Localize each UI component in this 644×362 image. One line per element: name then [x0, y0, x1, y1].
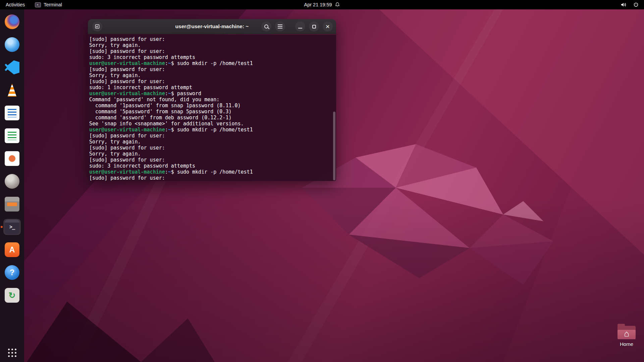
dock-item-thunderbird[interactable]	[3, 37, 21, 53]
minimize-button[interactable]	[295, 21, 305, 32]
terminal-line: user@user-virtual-machine:~$ password	[89, 90, 331, 97]
firefox-icon	[5, 14, 19, 29]
dock-item-writer[interactable]	[3, 105, 21, 121]
dock-item-vscode[interactable]	[3, 59, 21, 75]
terminal-line: sudo: 1 incorrect password attempt	[89, 84, 331, 90]
vlc-icon	[5, 83, 19, 98]
menu-button[interactable]	[275, 21, 285, 32]
hamburger-menu-icon	[278, 26, 282, 27]
calc-icon	[5, 128, 19, 143]
dock-item-terminal[interactable]: >_	[3, 219, 21, 235]
maximize-icon	[312, 25, 316, 28]
dock-item-firefox[interactable]	[3, 14, 21, 30]
thunderbird-icon	[5, 37, 19, 52]
terminal-line: [sudo] password for user:	[89, 145, 331, 151]
minimize-icon	[298, 28, 302, 28]
app-indicator[interactable]: >_ Terminal	[35, 0, 62, 9]
dock-item-software[interactable]: A	[3, 242, 21, 258]
top-bar-right	[621, 0, 644, 9]
home-folder-icon: ⌂	[618, 326, 636, 339]
show-apps-grid-icon	[8, 349, 10, 350]
top-bar-left: Activities >_ Terminal	[0, 0, 62, 9]
desktop: Activities >_ Terminal Apr 21 19:59	[0, 0, 644, 362]
dock-item-impress[interactable]	[3, 150, 21, 167]
terminal-line: sudo: 3 incorrect password attempts	[89, 163, 331, 169]
terminal-line: Sorry, try again.	[89, 151, 331, 157]
dock-item-calc[interactable]	[3, 128, 21, 144]
terminal-line: [sudo] password for user:	[89, 157, 331, 163]
terminal-titlebar[interactable]: user@user-virtual-machine: ~ ×	[88, 19, 336, 34]
terminal-line: Sorry, try again.	[89, 42, 331, 48]
dock-item-updater[interactable]: ↻	[3, 287, 21, 303]
notification-bell-icon	[335, 2, 340, 7]
terminal-output: [sudo] password for user:Sorry, try agai…	[89, 36, 331, 181]
clock-button[interactable]: Apr 21 19:59	[304, 0, 340, 9]
search-button[interactable]	[261, 21, 271, 32]
activities-label: Activities	[6, 2, 25, 7]
scrollbar-thumb[interactable]	[333, 112, 335, 180]
close-icon: ×	[326, 23, 330, 30]
close-button[interactable]: ×	[323, 21, 333, 32]
terminal-line: command 'assword' from deb assword (0.12…	[89, 115, 331, 121]
terminal-line: user@user-virtual-machine:~$ sudo mkdir …	[89, 60, 331, 66]
terminal-line: [sudo] password for user:	[89, 66, 331, 72]
terminal-line: [sudo] password for user:	[89, 133, 331, 139]
running-indicator	[1, 226, 3, 228]
terminal-line: Command 'password' not found, did you me…	[89, 97, 331, 103]
dock: >_A?↻	[0, 9, 24, 362]
terminal-line: sudo: 3 incorrect password attempts	[89, 54, 331, 60]
terminal-line: [sudo] password for user:	[89, 48, 331, 54]
power-icon[interactable]	[633, 2, 639, 7]
impress-icon	[5, 151, 19, 166]
files-icon	[5, 197, 19, 212]
terminal-line: Sorry, try again.	[89, 72, 331, 78]
terminal-line: [sudo] password for user:	[89, 175, 331, 181]
dock-item-help[interactable]: ?	[3, 264, 21, 281]
top-bar: Activities >_ Terminal Apr 21 19:59	[0, 0, 644, 9]
terminal-line: command '1password' from snap 1password …	[89, 103, 331, 109]
maximize-button[interactable]	[309, 21, 319, 32]
dock-item-vlc[interactable]	[3, 82, 21, 98]
terminal-line: [sudo] password for user:	[89, 78, 331, 84]
terminal-line: Sorry, try again.	[89, 139, 331, 145]
titlebar-actions: ×	[261, 21, 333, 32]
home-desktop-icon[interactable]: ⌂ Home	[616, 326, 637, 347]
dock-item-gimp[interactable]	[3, 173, 21, 189]
app-indicator-label: Terminal	[44, 2, 62, 7]
help-icon: ?	[5, 265, 19, 280]
vscode-icon	[5, 60, 19, 75]
terminal-line: user@user-virtual-machine:~$ sudo mkdir …	[89, 127, 331, 133]
show-apps-button[interactable]	[7, 347, 17, 358]
new-tab-button[interactable]	[92, 21, 102, 32]
activities-button[interactable]: Activities	[6, 0, 25, 9]
software-icon: A	[5, 242, 19, 257]
house-glyph: ⌂	[624, 329, 629, 338]
new-tab-icon	[95, 24, 100, 29]
gimp-icon	[5, 174, 19, 189]
terminal-window: user@user-virtual-machine: ~ ×	[88, 19, 336, 181]
terminal-content[interactable]: [sudo] password for user:Sorry, try agai…	[88, 35, 336, 181]
dock-items: >_A?↻	[0, 9, 24, 303]
terminal-line: command '5password' from snap 5password …	[89, 109, 331, 115]
volume-icon[interactable]	[621, 2, 627, 7]
terminal-line: [sudo] password for user:	[89, 36, 331, 42]
terminal-line: See 'snap info <snapname>' for additiona…	[89, 121, 331, 127]
terminal-icon: >_	[5, 220, 19, 234]
writer-icon	[5, 106, 19, 120]
clock-label: Apr 21 19:59	[304, 2, 332, 7]
terminal-line: user@user-virtual-machine:~$ sudo mkdir …	[89, 169, 331, 175]
home-label: Home	[620, 341, 633, 347]
search-icon	[264, 24, 268, 28]
updater-icon: ↻	[5, 288, 19, 303]
terminal-scrollbar[interactable]	[332, 35, 336, 181]
terminal-app-icon: >_	[35, 2, 41, 7]
window-title: user@user-virtual-machine: ~	[175, 23, 249, 29]
dock-item-files[interactable]	[3, 196, 21, 212]
